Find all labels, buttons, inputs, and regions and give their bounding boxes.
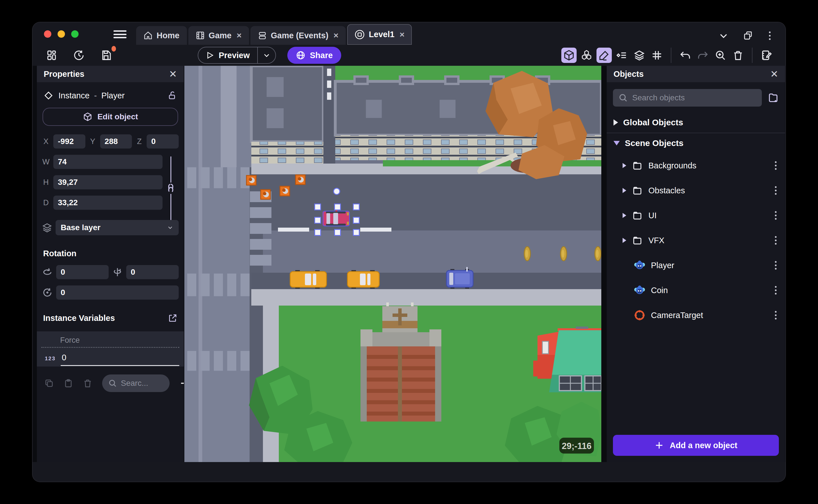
add-variable-icon[interactable]	[179, 378, 184, 389]
tab-close-icon[interactable]: ×	[333, 31, 339, 40]
height-input[interactable]	[53, 175, 162, 189]
depth-input[interactable]	[53, 196, 162, 210]
redo-icon[interactable]	[695, 48, 711, 63]
scene-canvas[interactable]: 29;-116	[184, 66, 601, 462]
row-menu-icon[interactable]	[773, 309, 778, 321]
copy-icon[interactable]	[44, 378, 54, 388]
tab-level1[interactable]: Level1 ×	[347, 24, 412, 45]
group-global-objects[interactable]: Global Objects	[607, 112, 785, 133]
variable-name[interactable]: Force	[41, 336, 179, 348]
variable-row[interactable]: Force 123 0	[37, 331, 184, 367]
proportional-resize-toggle[interactable]	[163, 155, 179, 220]
traffic-car-yellow-2[interactable]	[347, 270, 379, 289]
properties-title: Properties	[44, 69, 84, 79]
objects-stack-icon[interactable]	[579, 48, 594, 63]
rotation-y-input[interactable]	[126, 265, 179, 279]
toolbar-center: Preview Share	[198, 47, 341, 64]
z-input[interactable]	[147, 134, 179, 149]
kebab-menu-icon[interactable]	[767, 30, 772, 42]
layers-icon	[42, 223, 52, 233]
x-input[interactable]	[53, 134, 85, 149]
folder-icon	[632, 185, 643, 196]
traffic-car-blue[interactable]	[447, 267, 473, 289]
tree-folder-ui[interactable]: UI	[607, 203, 785, 228]
extensions-icon[interactable]	[743, 31, 753, 41]
edit-object-label: Edit object	[97, 112, 138, 121]
edit-object-button[interactable]: Edit object	[43, 108, 178, 126]
tab-game-events[interactable]: Game (Events) ×	[250, 26, 346, 45]
tab-close-icon[interactable]: ×	[236, 31, 242, 40]
unsaved-changes-dot	[111, 46, 116, 52]
add-folder-icon[interactable]	[768, 92, 779, 103]
row-menu-icon[interactable]	[773, 234, 778, 246]
rotation-z-input[interactable]	[56, 285, 179, 300]
tree-folder-vfx[interactable]: VFX	[607, 228, 785, 253]
objects-search[interactable]	[613, 89, 762, 107]
unlock-icon[interactable]	[167, 91, 177, 100]
instance-separator: -	[94, 91, 97, 100]
rotate-handle[interactable]	[333, 188, 340, 194]
chevron-right-icon[interactable]	[623, 238, 626, 243]
tree-object-coin[interactable]: Coin	[607, 278, 785, 303]
tab-home[interactable]: Home	[136, 26, 187, 45]
share-button[interactable]: Share	[287, 47, 341, 64]
y-input[interactable]	[100, 134, 132, 149]
row-menu-icon[interactable]	[773, 185, 778, 196]
maximize-window-button[interactable]	[71, 30, 79, 38]
open-external-icon[interactable]	[168, 313, 177, 323]
objects-search-row	[607, 82, 785, 112]
main-menu-icon[interactable]	[113, 29, 126, 39]
chevron-right-icon[interactable]	[623, 188, 626, 193]
titlebar: Home Game × Game (Events) × Level1 ×	[33, 22, 785, 45]
row-menu-icon[interactable]	[773, 160, 778, 171]
close-icon[interactable]: ✕	[770, 69, 779, 79]
history-icon[interactable]	[71, 48, 86, 63]
traffic-car-yellow-1[interactable]	[290, 270, 326, 289]
width-input[interactable]	[53, 155, 162, 169]
preview-options-chevron[interactable]	[257, 47, 275, 63]
3d-view-icon[interactable]	[561, 48, 577, 63]
minimize-window-button[interactable]	[58, 30, 65, 38]
tab-game[interactable]: Game ×	[188, 26, 249, 45]
row-menu-icon[interactable]	[773, 259, 778, 271]
layers-icon[interactable]	[632, 48, 647, 63]
tree-folder-backgrounds[interactable]: Backgrounds	[607, 153, 785, 178]
row-menu-icon[interactable]	[773, 284, 778, 296]
edit-mode-pencil-icon[interactable]	[597, 48, 612, 63]
chevron-down-icon	[167, 224, 174, 231]
edit-scene-properties-icon[interactable]	[759, 48, 774, 63]
layout-panels-icon[interactable]	[44, 48, 59, 63]
paste-icon[interactable]	[64, 378, 73, 388]
trash-icon[interactable]	[730, 48, 746, 63]
width-label: W	[42, 158, 50, 166]
rotation-x-input[interactable]	[56, 265, 109, 279]
objects-search-input[interactable]	[632, 93, 756, 102]
chevron-right-icon[interactable]	[623, 163, 626, 168]
group-scene-objects[interactable]: Scene Objects	[607, 133, 785, 153]
chevron-right-icon[interactable]	[623, 213, 626, 218]
variable-value[interactable]: 0	[61, 353, 179, 366]
close-icon[interactable]: ✕	[169, 69, 177, 79]
titlebar-right-controls	[718, 30, 772, 42]
zoom-in-icon[interactable]	[713, 48, 728, 63]
row-menu-icon[interactable]	[773, 209, 778, 221]
tree-object-player[interactable]: Player	[607, 253, 785, 278]
tree-object-cameratarget[interactable]: CameraTarget	[607, 303, 785, 328]
tab-close-icon[interactable]: ×	[399, 30, 405, 39]
variables-search-input[interactable]	[121, 379, 163, 388]
instances-list-icon[interactable]	[614, 48, 629, 63]
close-window-button[interactable]	[44, 30, 51, 38]
variables-search[interactable]	[102, 374, 170, 392]
film-icon	[196, 31, 205, 40]
undo-icon[interactable]	[678, 48, 693, 63]
tree-folder-obstacles[interactable]: Obstacles	[607, 178, 785, 203]
save-icon[interactable]	[98, 48, 114, 63]
preview-button[interactable]: Preview	[198, 47, 276, 64]
x-label: X	[42, 137, 50, 146]
delete-variable-icon[interactable]	[83, 378, 92, 388]
instance-variables-header: Instance Variables	[43, 313, 177, 323]
layer-select[interactable]: Base layer	[56, 220, 179, 235]
add-new-object-button[interactable]: Add a new object	[613, 435, 779, 456]
chevron-down-icon[interactable]	[718, 31, 729, 41]
grid-icon[interactable]	[649, 48, 665, 63]
